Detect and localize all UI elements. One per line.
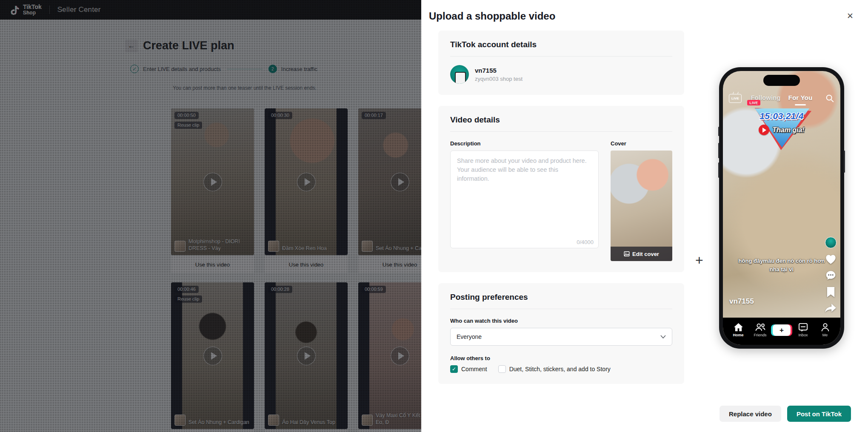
phone-bottom-nav: Home Friends + Inbox: [723, 318, 840, 345]
edit-cover-button[interactable]: Edit cover: [611, 247, 672, 261]
who-can-watch-label: Who can watch this video: [450, 318, 672, 324]
modal-title: Upload a shoppable video: [429, 10, 555, 22]
promo-cta-text: Tham gia!: [772, 126, 805, 134]
select-value: Everyone: [457, 333, 482, 340]
edit-cover-label: Edit cover: [632, 251, 659, 257]
friends-icon: [755, 323, 765, 332]
nav-me[interactable]: Me: [816, 323, 834, 337]
account-shop-name: zyqvn003 shop test: [475, 76, 523, 82]
video-details-section: Video details Description 0/4000 Cover: [438, 106, 684, 272]
char-counter: 0/4000: [577, 239, 594, 245]
live-promo-sticker: 15:03,21/4 Tham gia!: [748, 108, 816, 154]
account-details-section: TikTok account details vn7155 zyqvn003 s…: [438, 31, 684, 95]
nav-inbox[interactable]: Inbox: [794, 323, 813, 337]
create-plus-button[interactable]: +: [773, 324, 791, 336]
description-input[interactable]: [450, 151, 599, 248]
modal-backdrop[interactable]: [0, 0, 421, 432]
allow-others-label: Allow others to: [450, 355, 672, 361]
posting-preferences-section: Posting preferences Who can watch this v…: [438, 283, 684, 384]
posting-preferences-header: Posting preferences: [450, 293, 672, 309]
inbox-icon: [798, 323, 808, 332]
image-icon: [624, 251, 630, 257]
who-can-watch-select[interactable]: Everyone: [450, 328, 672, 346]
account-section-header: TikTok account details: [450, 40, 672, 57]
video-username: vn7155: [729, 297, 754, 306]
comment-label: Comment: [461, 366, 487, 372]
duet-stitch-checkbox[interactable]: [498, 365, 506, 373]
account-avatar: [450, 65, 469, 84]
cover-preview: Edit cover: [611, 151, 672, 261]
phone-preview: LIVE Following LIVE For You 15:03,21/4 T…: [719, 67, 844, 349]
video-details-header: Video details: [450, 115, 672, 132]
tab-for-you[interactable]: For You: [788, 94, 812, 102]
comment-checkbox[interactable]: ✓: [450, 365, 458, 373]
phone-screen: LIVE Following LIVE For You 15:03,21/4 T…: [723, 71, 840, 345]
description-label: Description: [450, 140, 599, 147]
duet-stitch-label: Duet, Stitch, stickers, and add to Story: [509, 366, 611, 372]
account-username: vn7155: [475, 67, 523, 74]
share-icon[interactable]: [825, 303, 837, 313]
chevron-down-icon: [660, 335, 666, 339]
replace-video-button[interactable]: Replace video: [720, 406, 781, 422]
post-on-tiktok-button[interactable]: Post on TikTok: [787, 406, 851, 422]
close-icon[interactable]: ✕: [847, 11, 854, 21]
search-icon[interactable]: [825, 94, 834, 103]
cover-label: Cover: [611, 140, 672, 147]
plus-icon[interactable]: +: [695, 253, 703, 267]
nav-home[interactable]: Home: [729, 323, 748, 337]
like-heart-icon[interactable]: [825, 254, 837, 264]
tab-following[interactable]: Following LIVE: [751, 94, 780, 102]
me-profile-icon: [821, 323, 830, 332]
promo-time-text: 15:03,21/4: [748, 111, 816, 121]
promo-play-icon: [759, 125, 769, 135]
nav-friends[interactable]: Friends: [751, 323, 770, 337]
creator-avatar[interactable]: [825, 237, 837, 248]
bookmark-icon[interactable]: [825, 287, 836, 298]
action-rail: [825, 237, 837, 313]
video-caption: hông đâymàu đen nó còn rõ hơn nha tại vì: [727, 257, 836, 273]
home-icon: [734, 323, 743, 332]
live-badge: LIVE: [747, 100, 760, 105]
comments-icon[interactable]: [825, 270, 837, 281]
dynamic-island: [763, 75, 800, 86]
